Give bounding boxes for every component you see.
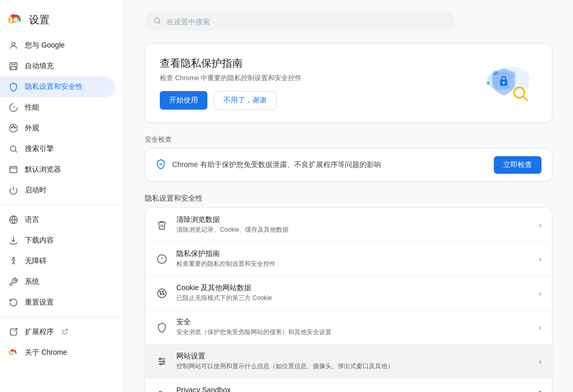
speed-icon [8,102,19,113]
settings-item-site-settings[interactable]: 网站设置 控制网站可以使用和显示什么信息（如位置信息、摄像头、弹出式窗口及其他）… [145,344,552,379]
sidebar-item-reset-label: 重置设置 [25,298,54,307]
sidebar-nav: 您与 Google 自动填充 隐私设置和安全性 性能 [0,35,124,363]
security-shield-icon [156,159,166,172]
privacy-guide-subtitle: 检查 Chrome 中重要的隐私控制设置和安全控件 [160,73,301,83]
svg-point-7 [14,127,16,128]
browser-icon [8,164,19,175]
svg-point-5 [11,127,12,128]
settings-item-privacy-sandbox-content: Privacy Sandbox 试用版功能已关闭 [176,386,526,392]
reset-icon [8,297,19,308]
settings-item-security-content: 安全 安全浏览（保护您免受危险网站的侵害）和其他安全设置 [176,318,531,337]
sidebar-item-startup-label: 启动时 [25,186,47,195]
search-input[interactable] [167,18,447,26]
settings-item-security[interactable]: 安全 安全浏览（保护您免受危险网站的侵害）和其他安全设置 › [145,310,552,344]
security-check-section-title: 安全检查 [145,135,552,144]
power-icon [8,185,19,195]
settings-item-privacy-sandbox[interactable]: Privacy Sandbox 试用版功能已关闭 [145,379,552,392]
svg-point-36 [160,293,162,295]
svg-point-1 [13,18,18,22]
svg-point-2 [12,42,15,46]
svg-point-6 [13,126,14,127]
sidebar-item-performance[interactable]: 性能 [0,97,115,118]
person-icon [8,40,19,51]
chevron-right-icon-1: › [539,255,541,263]
cookie-icon [156,287,168,299]
sidebar-item-language[interactable]: 语言 [0,209,115,230]
sidebar-item-google-label: 您与 Google [25,41,65,50]
sidebar-item-privacy[interactable]: 隐私设置和安全性 [0,77,115,97]
sidebar-item-privacy-label: 隐私设置和安全性 [25,82,83,92]
sidebar-divider-2 [0,317,124,318]
search-bar[interactable] [145,12,455,31]
settings-section-title: 隐私设置和安全性 [145,194,552,203]
svg-line-26 [523,96,527,100]
sidebar-item-about-label: 关于 Chrome [25,348,67,357]
dismiss-button[interactable]: 不用了，谢谢 [214,91,277,110]
sidebar-item-accessibility-label: 无障碍 [25,257,47,266]
settings-item-cookies-content: Cookie 及其他网站数据 已阻止无痕模式下的第三方 Cookie [176,283,531,303]
svg-point-42 [163,360,164,362]
puzzle-icon [8,327,19,337]
security-icon [156,321,168,334]
settings-item-site-settings-title: 网站设置 [176,352,531,361]
sidebar-header: 设置 [0,8,124,35]
privacy-guide-title: 查看隐私保护指南 [160,56,301,70]
privacy-guide-card: 查看隐私保护指南 检查 Chrome 中重要的隐私控制设置和安全控件 开始使用 … [145,43,552,123]
security-check-text: Chrome 有助于保护您免受数据泄露、不良扩展程序等问题的影响 [172,160,488,170]
shield-icon [8,82,19,92]
sidebar-item-autofill-label: 自动填充 [25,62,54,71]
privacy-guide-text: 查看隐私保护指南 检查 Chrome 中重要的隐私控制设置和安全控件 开始使用 … [160,56,301,110]
sidebar-item-extensions[interactable]: 扩展程序 [0,322,115,342]
settings-item-cookies[interactable]: Cookie 及其他网站数据 已阻止无痕模式下的第三方 Cookie › [145,276,552,310]
settings-item-privacy-sandbox-title: Privacy Sandbox [176,386,526,392]
wrench-icon [8,277,19,287]
sidebar-item-about[interactable]: 关于 Chrome [0,342,115,363]
sidebar-item-startup[interactable]: 启动时 [0,180,115,201]
svg-point-37 [163,293,164,295]
chevron-right-icon-3: › [539,323,541,331]
sidebar-item-system[interactable]: 系统 [0,272,115,292]
start-button[interactable]: 开始使用 [160,91,207,110]
search-icon [153,17,161,27]
sidebar-item-search[interactable]: 搜索引擎 [0,139,115,159]
settings-item-clear-browsing[interactable]: 清除浏览数据 清除浏览记录、Cookie、缓存及其他数据 › [145,208,552,242]
sidebar-item-browser[interactable]: 默认浏览器 [0,159,115,180]
sidebar-item-browser-label: 默认浏览器 [25,165,61,174]
person-lock-icon [156,389,168,393]
settings-item-site-settings-content: 网站设置 控制网站可以使用和显示什么信息（如位置信息、摄像头、弹出式窗口及其他） [176,352,531,371]
chevron-right-icon-2: › [539,289,541,297]
sliders-icon [156,355,168,368]
settings-item-privacy-guide[interactable]: 隐私保护指南 检查重要的隐私控制设置和安全控件 › [145,242,552,276]
svg-point-34 [159,291,161,293]
settings-item-privacy-guide-title: 隐私保护指南 [176,249,531,259]
svg-point-24 [503,82,505,84]
sidebar-title: 设置 [29,13,50,27]
sidebar-item-accessibility[interactable]: 无障碍 [0,251,115,272]
sidebar-item-performance-label: 性能 [25,103,39,112]
sidebar-item-autofill[interactable]: 自动填充 [0,56,115,77]
settings-item-privacy-guide-subtitle: 检查重要的隐私控制设置和安全控件 [176,260,531,268]
sidebar-divider-1 [0,205,124,205]
settings-item-security-title: 安全 [176,318,531,327]
settings-item-cookies-subtitle: 已阻止无痕模式下的第三方 Cookie [176,294,531,303]
svg-point-43 [160,363,162,365]
search-nav-icon [8,144,19,154]
security-check-banner: Chrome 有助于保护您免受数据泄露、不良扩展程序等问题的影响 立即检查 [145,148,552,182]
sidebar-item-appearance[interactable]: 外观 [0,118,115,139]
privacy-guide-buttons: 开始使用 不用了，谢谢 [160,91,301,110]
save-icon [8,61,19,71]
sidebar-item-downloads[interactable]: 下载内容 [0,230,115,251]
sidebar-item-language-label: 语言 [25,215,39,224]
check-now-button[interactable]: 立即检查 [494,156,541,174]
svg-point-19 [155,18,159,23]
sidebar-item-downloads-label: 下载内容 [25,236,54,245]
settings-item-privacy-guide-content: 隐私保护指南 检查重要的隐私控制设置和安全控件 [176,249,531,268]
sidebar-item-reset[interactable]: 重置设置 [0,292,115,313]
sidebar-item-system-label: 系统 [25,277,39,287]
settings-item-clear-browsing-title: 清除浏览数据 [176,215,531,224]
chevron-right-icon-0: › [539,221,541,229]
sidebar-item-google[interactable]: 您与 Google [0,35,115,56]
chrome-logo-icon [8,12,23,27]
svg-point-18 [12,352,14,354]
sidebar: 设置 您与 Google 自动填充 隐私设置和安全性 [0,0,124,392]
